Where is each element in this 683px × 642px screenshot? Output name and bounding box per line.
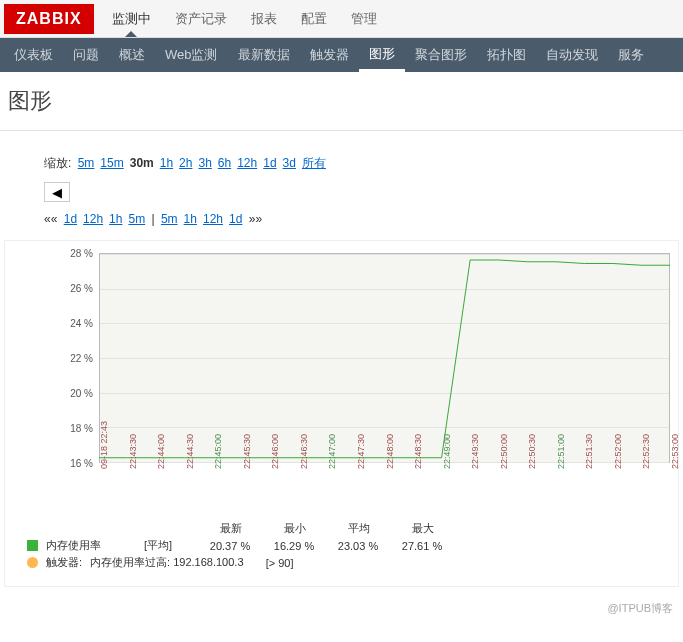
zoom-1h[interactable]: 1h xyxy=(160,156,173,170)
subnav-problems[interactable]: 问题 xyxy=(63,38,109,72)
chart: 16 %18 %20 %22 %24 %26 %28 % 09-18 22:43… xyxy=(4,240,679,587)
legend-color-icon xyxy=(27,540,38,551)
zoom-2h[interactable]: 2h xyxy=(179,156,192,170)
fwd-5m[interactable]: 5m xyxy=(161,212,178,226)
zoom-3d[interactable]: 3d xyxy=(283,156,296,170)
stat-head-max: 最大 xyxy=(395,521,451,536)
subnav-screens[interactable]: 聚合图形 xyxy=(405,38,477,72)
trigger-label: 触发器: xyxy=(46,555,82,570)
back-1d[interactable]: 1d xyxy=(64,212,77,226)
zoom-30m[interactable]: 30m xyxy=(130,156,154,170)
logo: ZABBIX xyxy=(4,4,94,34)
legend: 最新 最小 平均 最大 内存使用率 [平均] 20.37 % 16.29 % 2… xyxy=(13,513,670,578)
ytick: 18 % xyxy=(70,423,93,434)
zoom-label: 缩放: xyxy=(44,156,71,170)
stat-head-latest: 最新 xyxy=(203,521,259,536)
ytick: 26 % xyxy=(70,283,93,294)
ytick: 28 % xyxy=(70,248,93,259)
zoom-1d[interactable]: 1d xyxy=(263,156,276,170)
ytick: 20 % xyxy=(70,388,93,399)
stat-min: 16.29 % xyxy=(266,540,322,552)
nav-admin[interactable]: 管理 xyxy=(339,10,389,28)
back-1h[interactable]: 1h xyxy=(109,212,122,226)
zoom-12h[interactable]: 12h xyxy=(237,156,257,170)
zoom-15m[interactable]: 15m xyxy=(100,156,123,170)
subnav-dashboard[interactable]: 仪表板 xyxy=(4,38,63,72)
sub-nav: 仪表板 问题 概述 Web监测 最新数据 触发器 图形 聚合图形 拓扑图 自动发… xyxy=(0,38,683,72)
legend-name: 内存使用率 xyxy=(46,538,136,553)
subnav-web[interactable]: Web监测 xyxy=(155,38,228,72)
back-12h[interactable]: 12h xyxy=(83,212,103,226)
zoom-所有[interactable]: 所有 xyxy=(302,156,326,170)
subnav-latest[interactable]: 最新数据 xyxy=(228,38,300,72)
fwd-1d[interactable]: 1d xyxy=(229,212,242,226)
subnav-triggers[interactable]: 触发器 xyxy=(300,38,359,72)
ytick: 16 % xyxy=(70,458,93,469)
subnav-overview[interactable]: 概述 xyxy=(109,38,155,72)
zoom-6h[interactable]: 6h xyxy=(218,156,231,170)
nav-inventory[interactable]: 资产记录 xyxy=(163,10,239,28)
subnav-graphs[interactable]: 图形 xyxy=(359,38,405,72)
trigger-text: 内存使用率过高: 192.168.100.3 xyxy=(90,555,243,570)
fwd-1h[interactable]: 1h xyxy=(184,212,197,226)
time-bar: «« 1d12h1h5m | 5m1h12h1d »» xyxy=(4,206,679,232)
time-suffix: »» xyxy=(249,212,262,226)
stat-head-min: 最小 xyxy=(267,521,323,536)
zoom-3h[interactable]: 3h xyxy=(198,156,211,170)
subnav-services[interactable]: 服务 xyxy=(608,38,654,72)
stat-latest: 20.37 % xyxy=(202,540,258,552)
subnav-discovery[interactable]: 自动发现 xyxy=(536,38,608,72)
prev-button[interactable]: ◀ xyxy=(44,182,70,202)
trigger-color-icon xyxy=(27,557,38,568)
zoom-5m[interactable]: 5m xyxy=(78,156,95,170)
page-title: 图形 xyxy=(0,72,683,131)
ytick: 24 % xyxy=(70,318,93,329)
fwd-12h[interactable]: 12h xyxy=(203,212,223,226)
nav-monitoring[interactable]: 监测中 xyxy=(100,10,163,28)
zoom-bar: 缩放: 5m15m30m1h2h3h6h12h1d3d所有 xyxy=(4,149,679,178)
top-nav: ZABBIX 监测中 资产记录 报表 配置 管理 xyxy=(0,0,683,38)
xtick: 22:53:00 xyxy=(670,434,683,469)
legend-agg: [平均] xyxy=(144,538,194,553)
watermark: @ITPUB博客 xyxy=(0,595,683,622)
stat-avg: 23.03 % xyxy=(330,540,386,552)
stat-max: 27.61 % xyxy=(394,540,450,552)
nav-config[interactable]: 配置 xyxy=(289,10,339,28)
subnav-maps[interactable]: 拓扑图 xyxy=(477,38,536,72)
time-sep: | xyxy=(151,212,154,226)
time-prefix: «« xyxy=(44,212,57,226)
stat-head-avg: 平均 xyxy=(331,521,387,536)
back-5m[interactable]: 5m xyxy=(128,212,145,226)
nav-reports[interactable]: 报表 xyxy=(239,10,289,28)
trigger-cond: [> 90] xyxy=(266,557,294,569)
ytick: 22 % xyxy=(70,353,93,364)
